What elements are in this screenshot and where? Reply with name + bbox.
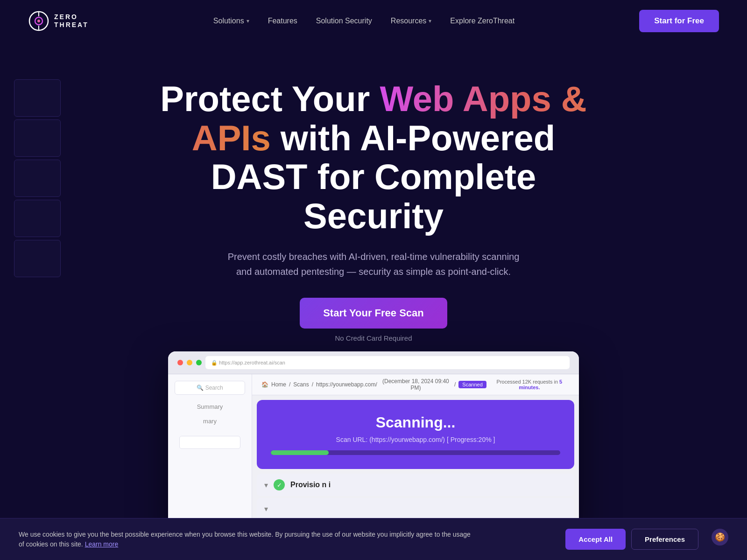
breadcrumb-sep-1: / bbox=[289, 381, 290, 388]
learn-more-link[interactable]: Learn more bbox=[85, 540, 119, 548]
hero-headline: Protect Your Web Apps & APIs with AI-Pow… bbox=[145, 79, 602, 235]
provision-item[interactable]: ▾ ✓ Provisio n i bbox=[257, 474, 574, 496]
nav-solutions[interactable]: Solutions ▾ bbox=[213, 17, 249, 25]
scanned-status-badge: Scanned bbox=[458, 381, 486, 388]
no-credit-card-label: No Credit Card Required bbox=[28, 334, 719, 342]
second-scan-item[interactable]: ▾ bbox=[257, 498, 574, 520]
breadcrumb-date: (December 18, 2024 09:40 PM) bbox=[380, 378, 451, 391]
logo-text: ZERO THREAT bbox=[54, 13, 89, 29]
preferences-button[interactable]: Preferences bbox=[631, 529, 698, 550]
svg-point-2 bbox=[37, 20, 40, 22]
nav-explore[interactable]: Explore ZeroThreat bbox=[450, 17, 514, 25]
scan-url-text: Scan URL: (https://yourwebapp.com/) [ Pr… bbox=[271, 436, 560, 443]
sidebar-search[interactable]: 🔍 Search bbox=[175, 381, 245, 395]
cookie-banner: We use cookies to give you the best poss… bbox=[0, 518, 747, 560]
start-free-button[interactable]: Start for Free bbox=[639, 10, 719, 32]
close-dot bbox=[177, 360, 183, 365]
app-layout: 🔍 Search Summary mary 🏠 Home / Scans / h… bbox=[168, 374, 579, 533]
cookie-text: We use cookies to give you the best poss… bbox=[19, 530, 476, 549]
scan-title: Scanning... bbox=[271, 414, 560, 431]
deco-box-4 bbox=[14, 200, 61, 237]
nav-resources[interactable]: Resources ▾ bbox=[391, 17, 431, 25]
main-content: 🏠 Home / Scans / https://yourwebapp.com/… bbox=[252, 374, 579, 533]
navbar: ZERO THREAT Solutions ▾ Features Solutio… bbox=[0, 0, 747, 42]
breadcrumb-sep-3: / bbox=[454, 381, 456, 388]
breadcrumb-url: https://yourwebapp.com/ bbox=[316, 381, 377, 388]
deco-box-5 bbox=[14, 240, 61, 277]
breadcrumb-home: Home bbox=[271, 381, 286, 388]
resources-chevron-icon: ▾ bbox=[429, 18, 431, 24]
progress-bar-background bbox=[271, 450, 560, 455]
nav-solution-security[interactable]: Solution Security bbox=[316, 17, 372, 25]
provision-chevron-icon[interactable]: ▾ bbox=[264, 481, 268, 490]
hero-section: Protect Your Web Apps & APIs with AI-Pow… bbox=[0, 42, 747, 552]
scan-panel: Scanning... Scan URL: (https://yourwebap… bbox=[257, 400, 574, 469]
browser-bar: 🔒 https://app.zerothreat.ai/scan bbox=[168, 351, 579, 374]
breadcrumb-bar: 🏠 Home / Scans / https://yourwebapp.com/… bbox=[252, 374, 579, 395]
decorative-boxes-left bbox=[14, 79, 61, 277]
progress-bar-fill bbox=[271, 450, 329, 455]
breadcrumb-sep-2: / bbox=[312, 381, 313, 388]
deco-box-2 bbox=[14, 119, 61, 157]
deco-box-1 bbox=[14, 79, 61, 117]
deco-box-3 bbox=[14, 160, 61, 197]
sidebar-partial: 🔍 Search Summary mary bbox=[168, 374, 252, 533]
solutions-chevron-icon: ▾ bbox=[247, 18, 249, 24]
sidebar-item-1[interactable]: Summary bbox=[175, 400, 245, 413]
sidebar-item-input bbox=[175, 429, 245, 452]
provision-check-icon: ✓ bbox=[274, 479, 285, 490]
app-screenshot: 🔒 https://app.zerothreat.ai/scan 🔍 Searc… bbox=[168, 351, 579, 533]
minimize-dot bbox=[187, 360, 192, 365]
logo[interactable]: ZERO THREAT bbox=[28, 10, 89, 32]
hero-subtext: Prevent costly breaches with AI-driven, … bbox=[224, 249, 523, 279]
home-icon: 🏠 bbox=[261, 381, 268, 388]
processed-info: Processed 12K requests in 5 minutes. bbox=[489, 379, 570, 390]
breadcrumb-scans: Scans bbox=[293, 381, 309, 388]
maximize-dot bbox=[196, 360, 202, 365]
nav-links: Solutions ▾ Features Solution Security R… bbox=[213, 17, 514, 25]
sidebar-item-2[interactable]: mary bbox=[175, 415, 245, 427]
cookie-icon: 🍪 bbox=[712, 529, 728, 546]
nav-features[interactable]: Features bbox=[268, 17, 297, 25]
free-scan-button[interactable]: Start Your Free Scan bbox=[300, 298, 447, 329]
provision-label: Provisio n i bbox=[290, 481, 331, 489]
logo-icon bbox=[28, 10, 49, 32]
cookie-buttons: Accept All Preferences 🍪 bbox=[565, 529, 728, 550]
browser-url-bar: 🔒 https://app.zerothreat.ai/scan bbox=[205, 356, 570, 369]
accept-all-button[interactable]: Accept All bbox=[565, 529, 626, 550]
second-item-chevron-icon[interactable]: ▾ bbox=[264, 504, 268, 513]
